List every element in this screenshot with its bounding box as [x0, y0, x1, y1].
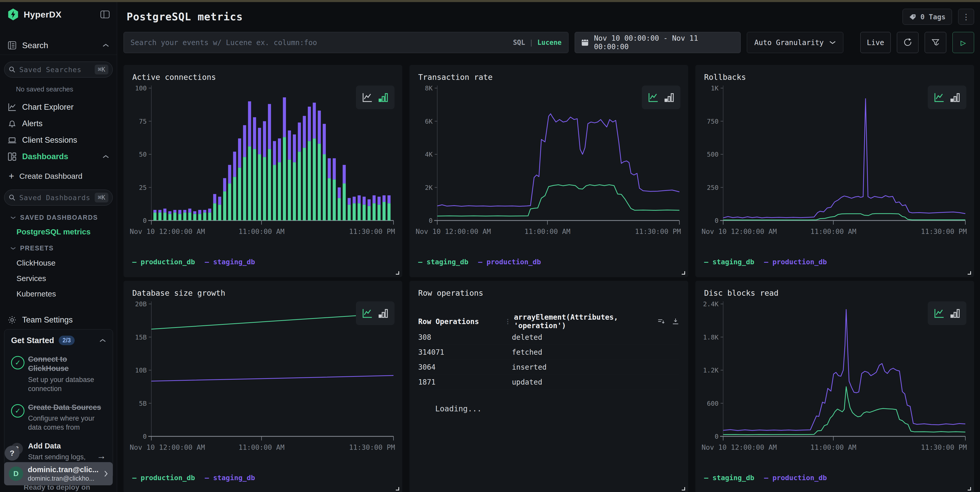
- table-row[interactable]: 314071 fetched: [418, 345, 679, 360]
- chevron-up-icon[interactable]: [99, 339, 106, 343]
- line-chart-icon[interactable]: [934, 308, 945, 319]
- chart-type-toggle[interactable]: [928, 301, 966, 325]
- saved-dashboards-input[interactable]: Saved Dashboards ⌘K: [4, 190, 113, 206]
- svg-text:1.2K: 1.2K: [703, 367, 719, 374]
- svg-text:1K: 1K: [711, 85, 719, 92]
- sql-toggle[interactable]: SQL: [513, 38, 525, 46]
- table-row[interactable]: 3064 inserted: [418, 360, 679, 375]
- search-icon: [8, 66, 16, 73]
- no-saved-searches-label: No saved searches: [16, 85, 117, 93]
- sidebar-item-chart-explorer[interactable]: Chart Explorer: [0, 99, 117, 115]
- filter-icon: [931, 38, 940, 47]
- lucene-toggle[interactable]: Lucene: [537, 38, 562, 46]
- legend-item-production_db[interactable]: — production_db: [132, 258, 195, 266]
- time-range-picker[interactable]: Nov 10 00:00:00 - Nov 11 00:00:00: [575, 32, 741, 53]
- legend-item-staging_db[interactable]: — staging_db: [205, 474, 255, 482]
- svg-text:4K: 4K: [425, 151, 433, 158]
- resize-handle[interactable]: [396, 271, 399, 275]
- legend-item-staging_db[interactable]: — staging_db: [704, 474, 754, 482]
- table-header-operation-expr[interactable]: arrayElement(Attributes, 'operation'): [514, 313, 657, 330]
- bar-chart-icon[interactable]: [950, 308, 961, 319]
- sidebar-item-client-sessions[interactable]: Client Sessions: [0, 132, 117, 149]
- svg-text:0: 0: [715, 433, 719, 440]
- table-row[interactable]: 308 deleted: [418, 330, 679, 345]
- bar-chart-icon[interactable]: [378, 308, 388, 319]
- chart-type-toggle[interactable]: [642, 86, 681, 109]
- svg-text:25: 25: [139, 184, 147, 192]
- sort-icon[interactable]: [657, 318, 665, 325]
- sidebar-item-alerts[interactable]: Alerts: [0, 115, 117, 132]
- granularity-value: Auto Granularity: [754, 38, 824, 47]
- search-section-icon: [8, 41, 22, 50]
- resize-handle[interactable]: [396, 487, 399, 490]
- sidebar-item-dashboards[interactable]: Dashboards: [0, 149, 117, 165]
- run-query-button[interactable]: ▷: [953, 32, 974, 53]
- table-row[interactable]: 1871 updated: [418, 375, 679, 390]
- loading-status: Loading...: [435, 404, 679, 413]
- download-icon[interactable]: [672, 318, 679, 325]
- filter-button[interactable]: [925, 32, 946, 53]
- resize-handle[interactable]: [968, 271, 971, 275]
- svg-text:5B: 5B: [139, 400, 147, 407]
- chart-type-toggle[interactable]: [928, 86, 966, 109]
- create-dashboard-button[interactable]: + Create Dashboard: [9, 169, 117, 183]
- resize-handle[interactable]: [682, 271, 685, 275]
- event-search-box[interactable]: SQL | Lucene: [124, 32, 568, 53]
- legend-item-production_db[interactable]: — production_db: [478, 258, 541, 266]
- live-button[interactable]: Live: [860, 32, 891, 53]
- hyperdx-logo-icon: [7, 8, 19, 21]
- panel-menu-button[interactable]: ⋮: [958, 9, 974, 25]
- presets-header[interactable]: PRESETS: [10, 244, 117, 252]
- saved-searches-placeholder: Saved Searches: [19, 65, 81, 73]
- chart-type-toggle[interactable]: [356, 301, 395, 325]
- bar-chart-icon[interactable]: [950, 92, 961, 103]
- saved-dashboards-header[interactable]: SAVED DASHBOARDS: [10, 214, 117, 221]
- sidebar-item-team-settings[interactable]: Team Settings: [0, 315, 117, 324]
- chevron-up-icon[interactable]: [102, 43, 109, 47]
- chevron-down-icon: [10, 216, 16, 219]
- sidebar-section-search[interactable]: Search: [0, 36, 117, 54]
- granularity-select[interactable]: Auto Granularity: [747, 32, 843, 53]
- sidebar-item-services[interactable]: Services: [16, 274, 117, 283]
- bar-chart-icon[interactable]: [378, 92, 388, 103]
- legend-item-production_db[interactable]: — production_db: [764, 258, 827, 266]
- legend-item-staging_db[interactable]: — staging_db: [418, 258, 468, 266]
- line-chart-icon[interactable]: [362, 92, 373, 103]
- svg-text:11:00:00 AM: 11:00:00 AM: [239, 443, 285, 451]
- panel-disc-blocks-read: Disc blocks read 06001.2K1.8K2.4KNov 10 …: [695, 281, 974, 492]
- legend-item-staging_db[interactable]: — staging_db: [205, 258, 255, 266]
- table-header-row-operations[interactable]: Row Operations: [418, 317, 505, 326]
- resize-handle[interactable]: [682, 487, 685, 490]
- shortcut-badge: ⌘K: [95, 65, 108, 74]
- step-title: Add Data: [28, 441, 96, 450]
- chevron-up-icon[interactable]: [102, 155, 109, 159]
- resize-handle[interactable]: [968, 487, 971, 490]
- column-resize-handle[interactable]: ⋮: [505, 318, 510, 325]
- line-chart-icon[interactable]: [648, 92, 659, 103]
- user-menu[interactable]: D dominic.tran@clic... dominic.tran@clic…: [4, 462, 113, 485]
- sidebar-collapse-icon[interactable]: [100, 11, 110, 18]
- gear-icon: [8, 316, 22, 324]
- legend-item-staging_db[interactable]: — staging_db: [704, 258, 754, 266]
- get-started-step-connect[interactable]: ✓ Connect to ClickHouse Set up your data…: [11, 355, 106, 393]
- panel-title: Disc blocks read: [695, 281, 974, 297]
- search-input[interactable]: [130, 38, 513, 47]
- line-chart-icon[interactable]: [934, 92, 945, 103]
- help-button[interactable]: ?: [5, 446, 19, 460]
- tags-button[interactable]: 0 Tags: [902, 9, 952, 25]
- sidebar-item-clickhouse[interactable]: ClickHouse: [16, 259, 117, 267]
- svg-text:Nov 10 12:00:00 AM: Nov 10 12:00:00 AM: [130, 443, 205, 451]
- saved-searches-input[interactable]: Saved Searches ⌘K: [4, 62, 113, 78]
- divider: [0, 54, 117, 55]
- bar-chart-icon[interactable]: [664, 92, 675, 103]
- sidebar-item-postgresql-metrics[interactable]: PostgreSQL metrics: [16, 227, 117, 236]
- sidebar-item-kubernetes[interactable]: Kubernetes: [16, 289, 117, 298]
- legend-item-production_db[interactable]: — production_db: [132, 474, 195, 482]
- chart-type-toggle[interactable]: [356, 86, 395, 109]
- legend-item-production_db[interactable]: — production_db: [764, 474, 827, 482]
- get-started-step-sources[interactable]: ✓ Create Data Sources Configure where yo…: [11, 403, 106, 432]
- refresh-button[interactable]: [897, 32, 918, 53]
- svg-text:0: 0: [429, 217, 433, 224]
- panel-transaction-rate: Transaction rate 02K4K6K8KNov 10 12:00:0…: [409, 65, 688, 277]
- line-chart-icon[interactable]: [362, 308, 373, 319]
